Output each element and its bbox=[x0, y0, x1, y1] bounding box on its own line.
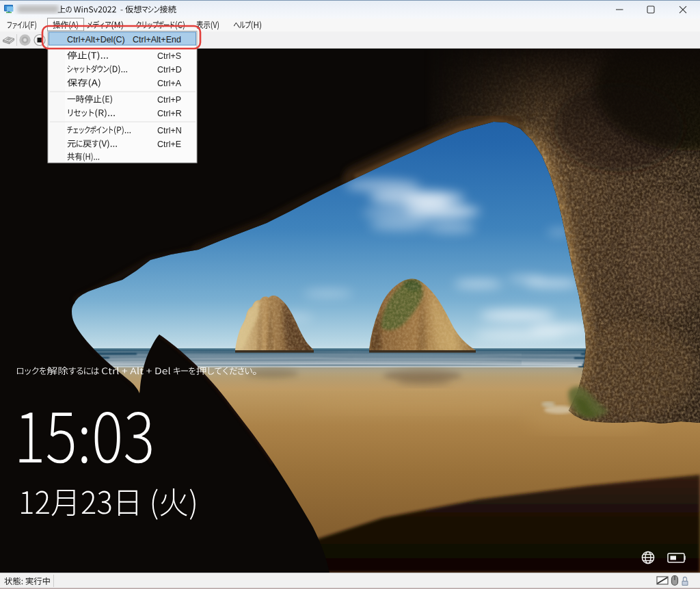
svg-text:Ctrl+Alt+End: Ctrl+Alt+End bbox=[133, 35, 181, 44]
svg-text:Ctrl+R: Ctrl+R bbox=[157, 109, 182, 118]
svg-text:Ctrl+S: Ctrl+S bbox=[157, 51, 181, 61]
svg-text:Ctrl+A: Ctrl+A bbox=[157, 79, 182, 88]
svg-text:Ctrl+D: Ctrl+D bbox=[157, 65, 182, 75]
svg-text:Ctrl+Alt+Del(C): Ctrl+Alt+Del(C) bbox=[67, 35, 125, 44]
svg-text:Ctrl+P: Ctrl+P bbox=[157, 95, 181, 105]
svg-text:Ctrl+E: Ctrl+E bbox=[157, 140, 181, 149]
svg-text:Ctrl+N: Ctrl+N bbox=[157, 126, 182, 135]
